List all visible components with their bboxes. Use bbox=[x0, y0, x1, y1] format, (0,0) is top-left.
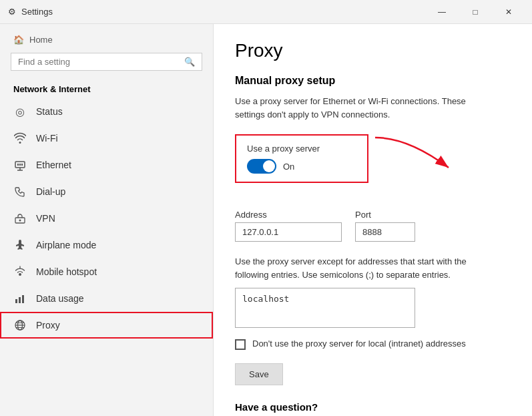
hotspot-icon bbox=[13, 265, 27, 278]
sidebar-item-label-wifi: Wi-Fi bbox=[36, 133, 58, 144]
local-intranet-checkbox[interactable] bbox=[235, 339, 246, 350]
search-input[interactable] bbox=[18, 57, 184, 67]
sidebar-item-airplane[interactable]: Airplane mode bbox=[0, 232, 213, 258]
proxy-toggle-label: Use a proxy server bbox=[247, 144, 356, 154]
port-group: Port bbox=[355, 210, 415, 242]
address-label: Address bbox=[235, 210, 342, 220]
search-box[interactable]: 🔍 bbox=[11, 53, 202, 71]
sidebar-item-hotspot[interactable]: Mobile hotspot bbox=[0, 258, 213, 285]
address-input[interactable] bbox=[235, 222, 342, 242]
proxy-icon bbox=[13, 319, 27, 332]
vpn-icon bbox=[13, 212, 27, 225]
main-layout: 🏠 Home 🔍 Network & Internet ◎ Status Wi-… bbox=[0, 24, 532, 416]
section-heading: Manual proxy setup bbox=[235, 75, 511, 87]
description-text: Use a proxy server for Ethernet or Wi-Fi… bbox=[235, 95, 495, 121]
sidebar-item-status[interactable]: ◎ Status bbox=[0, 98, 213, 125]
svg-point-8 bbox=[19, 273, 21, 276]
except-textarea[interactable]: localhost bbox=[235, 288, 415, 328]
sidebar-item-proxy[interactable]: Proxy bbox=[0, 312, 213, 339]
sidebar: 🏠 Home 🔍 Network & Internet ◎ Status Wi-… bbox=[0, 24, 214, 416]
section-title: Network & Internet bbox=[0, 79, 213, 98]
content-area: Proxy Manual proxy setup Use a proxy ser… bbox=[214, 24, 532, 416]
svg-rect-4 bbox=[19, 164, 21, 166]
home-icon: 🏠 bbox=[13, 35, 24, 45]
maximize-button[interactable]: □ bbox=[460, 3, 491, 21]
port-label: Port bbox=[355, 210, 415, 220]
page-title: Proxy bbox=[235, 40, 511, 61]
sidebar-item-label-status: Status bbox=[36, 106, 63, 117]
wifi-icon bbox=[13, 132, 27, 145]
sidebar-item-vpn[interactable]: VPN bbox=[0, 205, 213, 232]
title-bar: ⚙ Settings — □ ✕ bbox=[0, 0, 532, 24]
red-arrow bbox=[368, 131, 489, 184]
sidebar-item-label-ethernet: Ethernet bbox=[36, 160, 71, 170]
svg-rect-5 bbox=[21, 164, 23, 166]
close-button[interactable]: ✕ bbox=[493, 3, 524, 21]
title-bar-left: ⚙ Settings bbox=[8, 7, 53, 17]
sidebar-item-label-vpn: VPN bbox=[36, 213, 55, 224]
fields-row: Address Port bbox=[235, 210, 511, 242]
toggle-on-label: On bbox=[283, 162, 294, 172]
title-bar-controls: — □ ✕ bbox=[427, 3, 524, 21]
toggle-row: On bbox=[247, 159, 356, 174]
checkbox-label: Don't use the proxy server for local (in… bbox=[252, 339, 466, 349]
sidebar-item-dialup[interactable]: Dial-up bbox=[0, 178, 213, 205]
checkbox-row: Don't use the proxy server for local (in… bbox=[235, 339, 511, 350]
sidebar-item-label-datausage: Data usage bbox=[36, 293, 84, 304]
settings-icon: ⚙ bbox=[8, 7, 16, 17]
proxy-toggle-switch[interactable] bbox=[247, 159, 276, 174]
proxy-toggle-box: Use a proxy server On bbox=[235, 134, 368, 183]
dialup-icon bbox=[13, 185, 27, 198]
sidebar-item-label-hotspot: Mobile hotspot bbox=[36, 266, 97, 277]
app-title: Settings bbox=[21, 7, 53, 17]
sidebar-home[interactable]: 🏠 Home bbox=[0, 24, 213, 50]
status-icon: ◎ bbox=[13, 105, 27, 118]
ethernet-icon bbox=[13, 158, 27, 172]
svg-rect-10 bbox=[15, 299, 17, 303]
search-icon: 🔍 bbox=[184, 57, 195, 67]
home-label: Home bbox=[29, 35, 53, 45]
port-input[interactable] bbox=[355, 222, 415, 242]
svg-rect-3 bbox=[17, 164, 19, 166]
sidebar-item-wifi[interactable]: Wi-Fi bbox=[0, 125, 213, 152]
sidebar-item-ethernet[interactable]: Ethernet bbox=[0, 152, 213, 178]
datausage-icon bbox=[13, 292, 27, 305]
airplane-icon bbox=[13, 238, 27, 252]
sidebar-item-label-proxy: Proxy bbox=[36, 320, 60, 331]
have-question: Have a question? bbox=[235, 401, 511, 413]
sidebar-item-label-airplane: Airplane mode bbox=[36, 240, 96, 250]
svg-point-7 bbox=[19, 220, 21, 222]
svg-rect-11 bbox=[19, 297, 21, 303]
save-button[interactable]: Save bbox=[235, 363, 283, 385]
sidebar-item-label-dialup: Dial-up bbox=[36, 186, 65, 197]
minimize-button[interactable]: — bbox=[427, 3, 457, 21]
address-group: Address bbox=[235, 210, 342, 242]
svg-rect-12 bbox=[22, 295, 24, 303]
sidebar-item-datausage[interactable]: Data usage bbox=[0, 285, 213, 312]
except-description: Use the proxy server except for addresse… bbox=[235, 255, 495, 281]
